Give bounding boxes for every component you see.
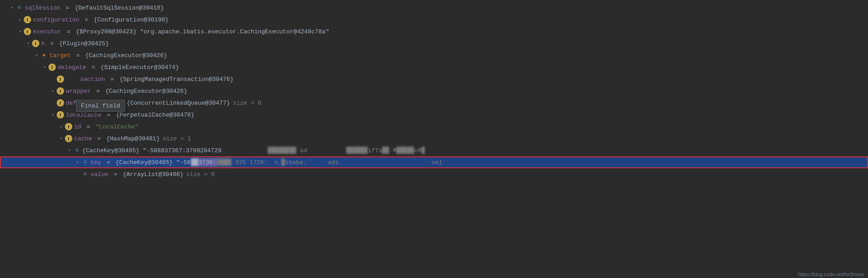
var-cache: cache [74,135,92,142]
tooltip-text: Final field [81,102,120,109]
arrow-target[interactable] [33,52,40,59]
partial-cachekey-parent: ▉▉▉▉▉▉▉▉ ad ▉▉▉▉▉▉ifTa▉▉ M▉▉▉▉▉oR▉ [221,147,425,154]
row-id[interactable]: ▸ f id = "LocalCache" [0,121,868,133]
row-delegate[interactable]: f delegate = {SimpleExecutor@30474} [0,61,868,73]
row-sqlSession[interactable]: ≡ sqlSession = {DefaultSqlSession@30418} [0,2,868,14]
f-icon-executor: f [24,28,31,35]
val-deferredLoads: {ConcurrentLinkedQueue@30477} [127,100,230,107]
var-value: value [91,171,108,178]
size-value: size = 0 [186,171,214,178]
row-deferredLoads[interactable]: f deferredLoads = {ConcurrentLinkedQueue… [0,97,868,109]
val-localCache: {PerpetualCache@30478} [116,112,194,118]
arrow-wrapper[interactable]: ▸ [49,87,57,95]
bottom-url: https://blog.csdn.net/he3more [798,272,864,277]
arrow-id[interactable]: ▸ [58,123,65,130]
var-wrapper: wrapper [66,88,91,95]
val-configuration: {Configuration@30190} [94,16,169,23]
f-icon-cache: f [65,135,72,142]
flag-icon-target: ⚑ [40,52,48,59]
f-icon-deferredLoads: f [57,99,64,107]
var-h: h [41,40,45,47]
val-target: {CachingExecutor@30426} [85,52,167,59]
row-wrapper[interactable]: ▸ f wrapper = {CachingExecutor@30426} [0,85,868,97]
row-key[interactable]: ▸ ≡ key = {CacheKey@30485} "-58 ▉▉3736: … [0,156,868,168]
tooltip-final-field: Final field [76,100,125,112]
partial-key: ▉▉3736: [191,158,218,166]
row-cachekey-parent[interactable]: ≡ {CacheKey@30485} "-588837367:379928472… [0,144,868,156]
val-h: {Plugin@30425} [59,40,109,47]
list-icon-value: ≡ [81,171,89,178]
arrow-deferredLoads [49,99,57,107]
val-value: {ArrayList@30486} [123,171,183,178]
arrow-executor[interactable] [16,28,24,35]
arrow-localCache[interactable] [49,111,57,118]
val-cachekey-parent: {CacheKey@30485} "-588837367:3799284729 [82,147,221,154]
f-icon-localCache: f [57,111,64,118]
var-sqlSession: sqlSession [25,5,60,11]
list-icon-cachekey-parent: ≡ [73,147,80,154]
arrow-cache[interactable] [58,135,65,142]
size-cache: size = 1 [162,135,191,142]
arrow-transaction [49,75,57,83]
f-icon-h: f [32,40,39,47]
size-deferredLoads: size = 0 [233,100,261,107]
val-sqlSession: {DefaultSqlSession@30418} [75,5,164,11]
bottom-bar: https://blog.csdn.net/he3more [794,271,868,278]
val-key: {CacheKey@30485} "-58 [116,159,191,166]
val-transaction: {SpringManagedTransaction@30476} [119,76,234,83]
arrow-value [74,171,81,178]
val-id: "LocalCache" [96,123,139,130]
var-id: id [74,123,81,130]
var-executor: executor [33,28,61,35]
arrow-cachekey-parent[interactable] [66,147,73,154]
partial-key2: ▉▉▉▉ 025 1729: n.▉ibaba. adi sel [217,159,442,166]
val-delegate: {SimpleExecutor@30474} [101,64,179,71]
row-configuration[interactable]: f configuration = {Configuration@30190} [0,14,868,26]
val-wrapper: {CachingExecutor@30426} [105,88,187,95]
arrow-sqlSession[interactable] [8,4,16,11]
arrow-configuration[interactable] [16,16,24,23]
row-executor[interactable]: f executor = {$Proxy208@30423} "org.apac… [0,26,868,37]
var-target: target [49,52,71,59]
row-value[interactable]: ≡ value = {ArrayList@30486} size = 0 [0,168,868,180]
f-icon-wrapper: f [57,87,64,95]
f-icon-delegate: f [48,64,56,71]
var-transaction-suffix: saction [80,76,105,83]
arrow-delegate[interactable] [41,64,48,71]
f-icon-id: f [65,123,72,130]
list-icon-key: ≡ [81,159,89,166]
row-cache[interactable]: f cache = {HashMap@30481} size = 1 [0,133,868,144]
list-icon-sqlSession: ≡ [16,4,23,11]
val-cache: {HashMap@30481} [106,135,160,142]
var-key: key [91,159,101,166]
var-localCache: localCache [66,112,102,118]
val-executor: {$Proxy208@30423} "org.apache.ibatis.exe… [76,28,329,35]
row-localCache[interactable]: f localCache = {PerpetualCache@30478} [0,109,868,121]
f-icon-transaction: f [57,75,64,83]
var-configuration: configuration [33,16,79,23]
row-target[interactable]: ⚑ target = {CachingExecutor@30426} [0,49,868,61]
row-transaction[interactable]: f tran saction = {SpringManagedTransacti… [0,73,868,85]
var-delegate: delegate [58,64,86,71]
arrow-key[interactable]: ▸ [74,159,81,166]
row-h[interactable]: f h = {Plugin@30425} [0,37,868,49]
debug-tree: ≡ sqlSession = {DefaultSqlSession@30418}… [0,0,868,182]
arrow-h[interactable] [25,40,32,47]
f-icon-configuration: f [24,16,31,23]
